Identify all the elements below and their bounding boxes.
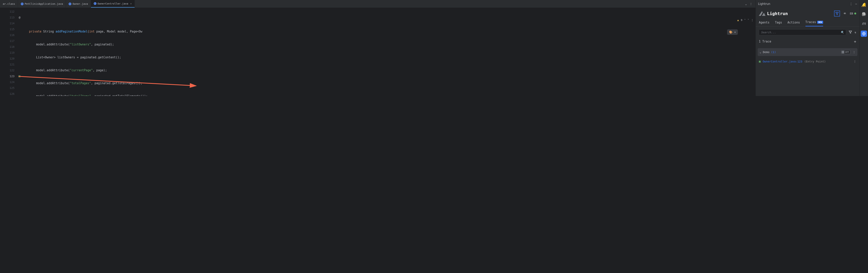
- lightrun-panel: Lightrun ⋮ — Lightrun 👁 EB Agents Tags A…: [755, 0, 859, 96]
- trace-file-link[interactable]: OwnerController.java:123: [763, 60, 802, 63]
- line-number: 121: [10, 62, 14, 67]
- line-number: 112: [10, 9, 14, 14]
- floating-toolbar[interactable]: 🎨 ×: [727, 29, 738, 35]
- user-initials: EB: [850, 12, 853, 15]
- tab-ar-class[interactable]: ar.class: [0, 0, 18, 8]
- panel-header: Lightrun ⋮ —: [756, 0, 859, 8]
- more-icon[interactable]: ⋮: [849, 2, 852, 6]
- trace-entry-label: (Entry Point): [804, 60, 826, 63]
- trace-count-row: 1 Trace +: [756, 38, 859, 46]
- tab-traces[interactable]: Traces NEW: [805, 21, 823, 27]
- tab-ownercontroller[interactable]: C OwnerController.java ×: [91, 0, 135, 8]
- warning-icon: ▲: [737, 19, 739, 22]
- section-row[interactable]: ⌄ Demo (1) OFF ⋮: [757, 48, 858, 56]
- more-icon[interactable]: ⋮: [853, 50, 856, 54]
- search-row: Search... 🔍 ⇅: [756, 27, 859, 38]
- brand-tools: 👁 EB: [834, 10, 856, 16]
- tab-label: OwnerController.java: [98, 2, 128, 5]
- line-number: 115: [10, 26, 14, 32]
- search-icon: 🔍: [841, 31, 844, 34]
- code-text[interactable]: private String addPaginationModel(int pa…: [23, 8, 755, 96]
- filter-icon[interactable]: [849, 31, 852, 34]
- inspection-strip[interactable]: ▲ 9 ˄ ˅ ⋮: [737, 19, 753, 22]
- line-number: 113: [10, 14, 14, 21]
- chevron-down-icon[interactable]: ˅: [748, 19, 749, 22]
- warning-count: 9: [741, 19, 742, 22]
- svg-marker-1: [762, 13, 766, 16]
- m-tool-icon[interactable]: m: [862, 21, 866, 26]
- tab-label: PetClinicApplication.java: [25, 2, 63, 5]
- camera-gutter-icon[interactable]: ▣: [17, 73, 21, 79]
- tabs-overflow: ⌄ ⋮: [744, 2, 754, 5]
- line-number: 119: [10, 50, 14, 56]
- override-gutter-icon[interactable]: @: [17, 14, 21, 21]
- globe-tool-icon[interactable]: [861, 31, 867, 37]
- line-number: 123: [10, 73, 14, 79]
- notifications-icon[interactable]: 🔔: [861, 2, 866, 7]
- panel-tabs: Agents Tags Actions Traces NEW: [756, 19, 859, 27]
- gutter: 112 113@ 114 115 116 117 118 119 120 121…: [0, 8, 23, 96]
- search-input[interactable]: Search... 🔍: [759, 29, 846, 35]
- more-icon[interactable]: ⋮: [750, 2, 752, 5]
- tab-agents[interactable]: Agents: [759, 21, 769, 27]
- line-number: 120: [10, 56, 14, 62]
- trace-left: ▣ OwnerController.java:123 (Entry Point): [759, 60, 826, 63]
- sort-icon[interactable]: ⇅: [855, 31, 856, 34]
- line-number: 126: [10, 91, 14, 96]
- line-number: 125: [10, 85, 14, 91]
- svg-marker-0: [759, 11, 763, 16]
- tab-tags[interactable]: Tags: [775, 21, 782, 27]
- code-area: 112 113@ 114 115 116 117 118 119 120 121…: [0, 8, 755, 96]
- add-icon[interactable]: +: [854, 39, 856, 44]
- search-placeholder: Search...: [761, 31, 841, 34]
- more-icon[interactable]: ⋮: [854, 60, 856, 63]
- chevron-down-icon[interactable]: ⌄: [745, 2, 747, 5]
- lightrun-logo: Lightrun: [759, 11, 788, 16]
- user-badge[interactable]: EB: [850, 12, 856, 15]
- chevron-down-icon[interactable]: ⌄: [760, 50, 761, 54]
- section-name: Demo: [763, 50, 769, 54]
- minimize-icon[interactable]: —: [855, 2, 857, 6]
- line-number: 124: [10, 79, 14, 85]
- trace-count: 1 Trace: [759, 40, 771, 43]
- more-icon[interactable]: ⋮: [751, 19, 753, 22]
- editor-pane: ar.class C PetClinicApplication.java C O…: [0, 0, 755, 96]
- class-icon: C: [69, 3, 71, 5]
- tab-petclinic[interactable]: C PetClinicApplication.java: [18, 0, 66, 8]
- line-number: 117: [10, 38, 14, 44]
- camera-icon: ▣: [759, 60, 761, 63]
- eye-icon[interactable]: 👁: [843, 12, 846, 15]
- palette-icon[interactable]: 🎨: [729, 31, 732, 34]
- close-icon[interactable]: ×: [130, 2, 132, 5]
- status-dot-icon: [854, 12, 856, 14]
- elephant-icon[interactable]: 🐘: [861, 12, 866, 16]
- chevron-up-icon[interactable]: ˄: [744, 19, 746, 22]
- trace-row[interactable]: ▣ OwnerController.java:123 (Entry Point)…: [756, 58, 859, 65]
- toggle-switch[interactable]: OFF: [841, 50, 850, 54]
- panel-title: Lightrun: [758, 2, 847, 6]
- line-number: 116: [10, 32, 14, 38]
- line-number: 118: [10, 44, 14, 50]
- tab-owner[interactable]: C Owner.java: [66, 0, 91, 8]
- line-number: 114: [10, 21, 14, 26]
- line-number: 122: [10, 67, 14, 73]
- right-tool-strip: 🔔 🐘 m: [859, 0, 868, 96]
- class-icon: C: [21, 3, 24, 5]
- tab-label: ar.class: [3, 2, 15, 5]
- close-icon[interactable]: ×: [734, 31, 736, 34]
- section-left: ⌄ Demo (1): [760, 50, 776, 54]
- tab-label: Owner.java: [72, 2, 88, 5]
- new-badge: NEW: [817, 21, 823, 24]
- class-icon: C: [94, 2, 96, 5]
- section-count: (1): [771, 50, 776, 54]
- filter-button[interactable]: [834, 10, 840, 16]
- tab-actions[interactable]: Actions: [787, 21, 800, 27]
- editor-tabs: ar.class C PetClinicApplication.java C O…: [0, 0, 755, 8]
- panel-brand-row: Lightrun 👁 EB: [756, 8, 859, 19]
